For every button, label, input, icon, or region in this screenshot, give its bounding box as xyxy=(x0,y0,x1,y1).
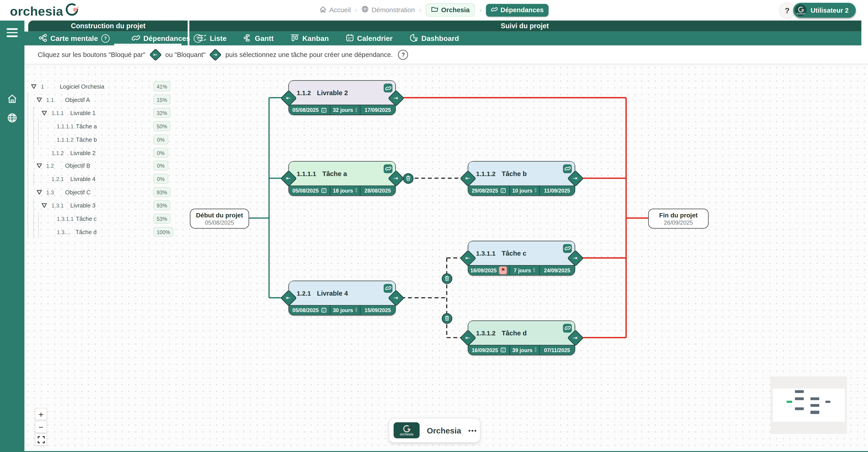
card-title: 1.1.2 Livrable 2 xyxy=(297,89,348,97)
tree-toggle[interactable] xyxy=(31,84,41,89)
tree-row[interactable]: 1.2 Objectif B 0% xyxy=(24,159,178,172)
tree-toggle[interactable] xyxy=(41,203,52,208)
tree-row-id: 1.1.1 xyxy=(52,110,68,116)
card-body: 1.1.2 Livrable 2 xyxy=(289,81,395,105)
progress-badge: 32% xyxy=(153,108,170,118)
zoom-out-button[interactable]: − xyxy=(35,421,47,433)
chevron-right-icon: › xyxy=(355,6,357,13)
minimap-node xyxy=(795,407,804,410)
tree-row[interactable]: 1.1.1.1 Tâche a 50% xyxy=(24,120,178,133)
link-button[interactable] xyxy=(383,284,393,292)
tree-row[interactable]: 1.1.1 Livrable 1 32% xyxy=(24,106,178,120)
progress-badge: 93% xyxy=(153,200,170,211)
link-button[interactable] xyxy=(563,244,572,253)
sidebar-home-button[interactable] xyxy=(7,94,17,104)
list-icon xyxy=(198,34,207,43)
tree-row[interactable]: 1.3.1 Livrable 3 93% xyxy=(24,199,178,212)
duration-stepper-icon[interactable]: ▵▿ xyxy=(355,307,357,313)
start-date-cell[interactable]: 05/08/2025 xyxy=(289,186,330,195)
minimap-panel[interactable] xyxy=(771,376,847,434)
minimap-node xyxy=(795,397,804,400)
duration-cell[interactable]: 18 jours ▵▿ xyxy=(331,186,360,195)
tab-carte-mentale[interactable]: Carte mentale ? xyxy=(39,33,110,43)
duration-cell[interactable]: 32 jours ▵▿ xyxy=(331,105,360,115)
start-date-cell[interactable]: 16/09/2025 ⚑ xyxy=(468,265,510,275)
tree-row[interactable]: 1.3 Objectif C 93% xyxy=(24,185,178,199)
tree-row[interactable]: 1 Logiciel Orchesia 41% xyxy=(24,80,178,93)
milestone-flag-icon[interactable]: ⚑ xyxy=(499,266,507,275)
app-logo[interactable]: orchesia xyxy=(10,3,79,19)
task-card-tache-a[interactable]: 1.1.1.1 Tâche a 05/08/2025 18 jours xyxy=(288,161,396,195)
link-button[interactable] xyxy=(563,164,572,173)
left-sidebar xyxy=(0,21,24,452)
tree-row[interactable]: 1.1.1.2 Tâche b 0% xyxy=(24,133,178,146)
task-card-livrable-4[interactable]: 1.2.1 Livrable 4 05/08/2025 30 jours xyxy=(288,280,396,315)
link-button[interactable] xyxy=(383,84,393,92)
project-logo-text: orchesia xyxy=(400,433,413,435)
tree-row[interactable]: 1.2.1 Livrable 4 0% xyxy=(24,172,178,186)
tree-toggle[interactable] xyxy=(36,97,46,102)
tree-row[interactable]: 1.1 Objectif A 15% xyxy=(24,93,178,106)
minimap-viewport[interactable] xyxy=(773,388,845,422)
sidebar-globe-button[interactable] xyxy=(7,113,17,123)
breadcrumb-project-pill[interactable]: Orchesia xyxy=(426,3,475,17)
fit-view-button[interactable] xyxy=(35,433,47,446)
task-card-livrable-2[interactable]: 1.1.2 Livrable 2 05/08/2025 32 jours xyxy=(288,80,396,115)
project-menu-dots[interactable]: ••• xyxy=(468,427,477,433)
breadcrumb-workspace[interactable]: Démonstration xyxy=(362,5,415,14)
duration-stepper-icon[interactable]: ▵▿ xyxy=(355,188,357,193)
tree-toggle[interactable] xyxy=(36,190,46,195)
tab-calendrier[interactable]: Calendrier xyxy=(346,34,393,43)
help-button[interactable]: ? xyxy=(779,2,796,19)
instruction-help-icon[interactable]: ? xyxy=(398,50,408,59)
tree-row[interactable]: 1.3.... Tâche d 100% xyxy=(24,225,178,239)
project-switcher-card[interactable]: orchesia Orchesia ••• xyxy=(389,418,480,443)
duration-cell[interactable]: 30 jours ▵▿ xyxy=(331,305,360,315)
section-header-construction: Construction du projet xyxy=(28,21,188,32)
start-date-cell[interactable]: 16/09/2025 xyxy=(468,345,510,355)
task-id: 1.2.1 xyxy=(297,290,311,296)
duration: 7 jours xyxy=(514,267,531,273)
card-footer: 29/08/2025 10 jours ▵▿ 11/09/2025 xyxy=(468,185,575,195)
breadcrumb-view-pill[interactable]: Dépendances xyxy=(486,4,549,16)
tree-row[interactable]: 1.3.1.1 Tâche c 53% xyxy=(24,212,178,225)
tab-dashboard[interactable]: Dashboard xyxy=(410,33,459,43)
tree-row-id: 1 xyxy=(41,84,57,90)
zoom-in-button[interactable]: + xyxy=(35,408,47,420)
duration-cell[interactable]: 10 jours ▵▿ xyxy=(510,186,539,195)
tree-toggle[interactable] xyxy=(41,110,52,116)
end-date: 11/09/2025 xyxy=(544,187,570,193)
tab-dependances[interactable]: Dépendances ? xyxy=(132,33,202,43)
tree-toggle[interactable] xyxy=(36,163,46,168)
tab-liste[interactable]: Liste xyxy=(198,34,227,43)
start-date: 05/08/2025 xyxy=(292,307,318,313)
tab-label: Kanban xyxy=(303,34,329,43)
tab-kanban[interactable]: Kanban xyxy=(291,34,329,43)
start-date-cell[interactable]: 29/08/2025 xyxy=(468,186,510,195)
task-id: 1.3.1.1 xyxy=(476,250,495,257)
breadcrumb-home[interactable]: Accueil xyxy=(319,6,351,14)
task-card-tache-d[interactable]: 1.3.1.2 Tâche d 16/09/2025 39 jours xyxy=(468,320,575,355)
folder-icon xyxy=(431,6,438,14)
duration-stepper-icon[interactable]: ▵▿ xyxy=(533,267,535,273)
duration-stepper-icon[interactable]: ▵▿ xyxy=(535,347,536,353)
tab-info-icon[interactable]: ? xyxy=(101,34,110,43)
start-date-cell[interactable]: 05/08/2025 xyxy=(289,105,330,115)
duration-cell[interactable]: 7 jours ▵▿ xyxy=(510,265,539,275)
tree-row[interactable]: 1.1.2 Livrable 2 0% xyxy=(24,146,178,160)
task-card-tache-c[interactable]: 1.3.1.1 Tâche c 16/09/2025 ⚑ 7 jours ▵▿ … xyxy=(468,240,575,275)
start-date: 05/08/2025 xyxy=(292,187,318,193)
task-card-tache-b[interactable]: 1.1.1.2 Tâche b 29/08/2025 10 jours xyxy=(468,161,575,195)
start-date-cell[interactable]: 05/08/2025 xyxy=(289,305,330,315)
menu-hamburger-button[interactable] xyxy=(6,28,18,37)
tab-gantt[interactable]: Gantt xyxy=(244,34,274,43)
duration-stepper-icon[interactable]: ▵▿ xyxy=(355,107,357,112)
chevron-right-icon: › xyxy=(419,6,421,13)
user-menu-button[interactable]: orchesia Utilisateur 2 xyxy=(794,3,856,18)
logo-text: orchesia xyxy=(10,4,63,19)
duration-cell[interactable]: 39 jours ▵▿ xyxy=(510,345,539,355)
link-button[interactable] xyxy=(383,164,393,173)
calendar-icon xyxy=(321,307,327,313)
link-button[interactable] xyxy=(563,323,572,332)
duration-stepper-icon[interactable]: ▵▿ xyxy=(535,188,536,193)
